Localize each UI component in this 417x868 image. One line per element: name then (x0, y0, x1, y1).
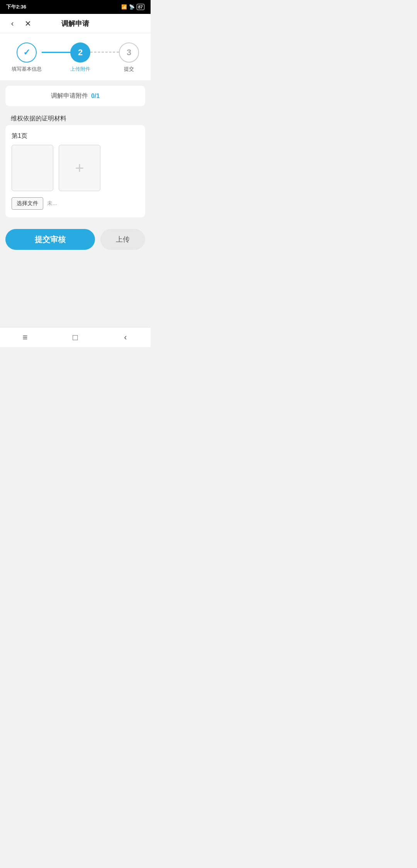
page-label: 第1页 (12, 132, 139, 140)
upload-button[interactable]: 上传 (100, 229, 145, 250)
battery-indicator: 87 (137, 4, 144, 10)
upload-card: 第1页 + 选择文件 未... (5, 125, 145, 217)
submit-button[interactable]: 提交审核 (5, 229, 95, 250)
choose-file-button[interactable]: 选择文件 (12, 197, 43, 210)
close-button[interactable]: ✕ (22, 17, 34, 30)
nav-bar: ‹ ✕ 调解申请 (0, 14, 151, 33)
status-time: 下午2:36 (6, 3, 26, 10)
file-name-display: 未... (47, 200, 57, 207)
step-3-circle: 3 (119, 42, 139, 63)
wifi-icon: 📡 (129, 4, 135, 10)
back-button[interactable]: ‹ (6, 17, 19, 30)
back-nav-icon[interactable]: ‹ (117, 332, 134, 342)
thumbnail-existing (12, 145, 53, 191)
signal-icon: 📶 (121, 4, 127, 10)
attachment-count: 0/1 (91, 93, 100, 100)
page-title: 调解申请 (61, 19, 89, 28)
content-area: 调解申请附件 0/1 维权依据的证明材料 第1页 + 选择文件 未... (0, 80, 151, 223)
thumbnail-add[interactable]: + (59, 145, 100, 191)
bottom-bar: 提交审核 上传 (0, 223, 151, 258)
step-3: 3 提交 (119, 42, 139, 73)
thumbnail-row: + (12, 145, 139, 191)
attachment-header-card: 调解申请附件 0/1 (5, 86, 145, 106)
step-2-circle: 2 (70, 42, 90, 63)
step-line-2 (90, 52, 119, 53)
file-row: 选择文件 未... (12, 197, 139, 210)
section-label: 维权依据的证明材料 (5, 112, 145, 125)
step-2: 2 上传附件 (70, 42, 90, 73)
step-1: ✓ 填写基本信息 (12, 42, 42, 73)
step-3-label: 提交 (124, 66, 134, 73)
status-icons: 📶 📡 87 (121, 4, 144, 10)
step-1-circle: ✓ (17, 42, 37, 63)
home-icon[interactable]: □ (67, 332, 84, 342)
spacer (0, 258, 151, 327)
stepper: ✓ 填写基本信息 2 上传附件 3 提交 (0, 33, 151, 80)
add-icon: + (75, 159, 84, 177)
bottom-navigation: ≡ □ ‹ (0, 327, 151, 347)
status-bar: 下午2:36 📶 📡 87 (0, 0, 151, 14)
step-2-label: 上传附件 (70, 66, 90, 73)
menu-icon[interactable]: ≡ (17, 332, 34, 342)
step-line-1 (42, 52, 70, 53)
attachment-header-text: 调解申请附件 (51, 92, 88, 100)
step-1-label: 填写基本信息 (12, 66, 42, 73)
